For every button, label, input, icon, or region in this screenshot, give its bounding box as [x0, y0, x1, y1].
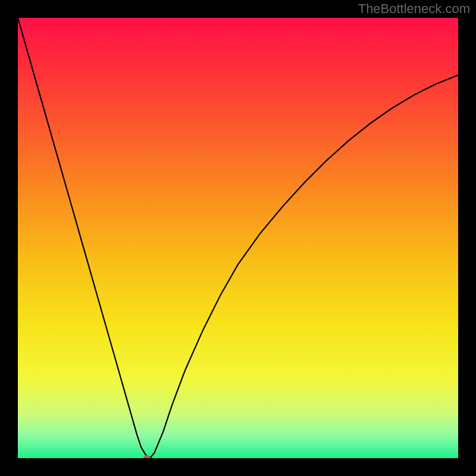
chart-container: TheBottleneck.com [0, 0, 476, 476]
chart-svg [18, 18, 458, 458]
plot-area [18, 18, 458, 458]
gradient-background [18, 18, 458, 458]
watermark-text: TheBottleneck.com [358, 1, 470, 17]
